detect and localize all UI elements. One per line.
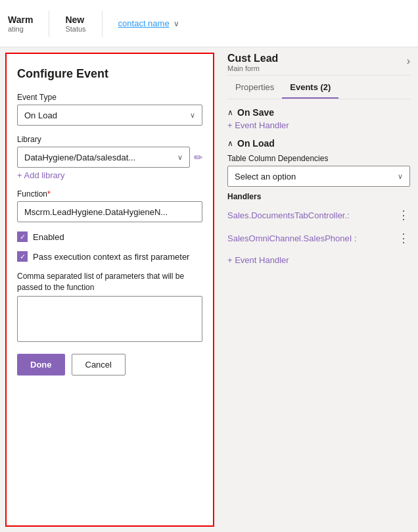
handler-name-1[interactable]: Sales.DocumentsTabController.: [227, 210, 350, 220]
top-bar: Warm ating New Status contact name ∨ [0, 0, 418, 47]
warm-status: Warm ating [8, 14, 33, 33]
new-label: Status [65, 25, 85, 33]
tab-events[interactable]: Events (2) [282, 77, 338, 99]
configure-event-panel: Configure Event Event Type On Load ∨ Lib… [5, 53, 214, 527]
add-library-button[interactable]: + Add library [17, 170, 202, 180]
more-options-icon-1[interactable]: ⋮ [398, 208, 410, 222]
right-panel: Cust Lead Main form › Properties Events … [220, 47, 418, 532]
table-deps-label: Table Column Dependencies [227, 154, 410, 163]
main-form-label: Main form [227, 64, 278, 72]
event-type-select[interactable]: On Load ∨ [17, 105, 202, 126]
function-label: Function* [17, 189, 202, 199]
handler-item-2: SalesOmniChannel.SalesPhoneI : ⋮ [227, 227, 410, 250]
library-label: Library [17, 135, 202, 144]
handlers-label: Handlers [227, 192, 410, 201]
chevron-up-icon: ∧ [227, 139, 233, 148]
handler-name-2[interactable]: SalesOmniChannel.SalesPhoneI : [227, 233, 357, 243]
chevron-down-icon: ∨ [190, 111, 195, 120]
contact-name-row: contact name ∨ [118, 18, 179, 28]
enabled-label: Enabled [33, 232, 64, 242]
library-value: DataHygiene/Data/salesdat... [24, 153, 135, 162]
on-save-section-header: ∧ On Save [227, 107, 410, 118]
divider2 [102, 11, 103, 37]
params-label: Comma separated list of parameters that … [17, 271, 202, 293]
event-type-group: Event Type On Load ∨ [17, 93, 202, 126]
table-deps-select[interactable]: Select an option ∨ [227, 166, 410, 187]
function-group: Function* [17, 189, 202, 222]
event-type-value: On Load [24, 110, 57, 120]
new-value: New [65, 14, 84, 25]
enabled-checkbox[interactable]: ✓ [17, 231, 28, 242]
chevron-down-icon: ∨ [177, 153, 183, 162]
chevron-down-icon: ∨ [398, 172, 403, 181]
nav-arrow-icon[interactable]: › [407, 55, 410, 67]
chevron-down-icon[interactable]: ∨ [174, 19, 179, 28]
checkmark-icon: ✓ [20, 253, 26, 261]
on-save-add-handler-button[interactable]: + Event Handler [227, 120, 289, 130]
warm-label: ating [8, 25, 24, 33]
cancel-button[interactable]: Cancel [72, 354, 126, 375]
done-button[interactable]: Done [17, 354, 65, 375]
function-input[interactable] [17, 201, 202, 222]
params-textarea[interactable] [17, 296, 202, 342]
main-content: Configure Event Event Type On Load ∨ Lib… [0, 47, 418, 532]
required-mark: * [47, 189, 51, 199]
on-load-section-header: ∧ On Load [227, 138, 410, 149]
params-group: Comma separated list of parameters that … [17, 271, 202, 342]
cust-lead-info: Cust Lead Main form [227, 53, 278, 72]
checkmark-icon: ✓ [20, 233, 26, 241]
select-placeholder: Select an option [235, 172, 296, 181]
panel-title: Configure Event [17, 67, 202, 81]
library-row: DataHygiene/Data/salesdat... ∨ ✏ [17, 147, 202, 168]
on-load-add-handler-button[interactable]: + Event Handler [227, 255, 289, 265]
new-status: New Status [65, 14, 85, 33]
on-save-title: On Save [237, 107, 274, 118]
edit-icon[interactable]: ✏ [194, 151, 202, 164]
library-select[interactable]: DataHygiene/Data/salesdat... ∨ [17, 147, 190, 168]
right-header: Cust Lead Main form › [227, 47, 410, 76]
more-options-icon-2[interactable]: ⋮ [398, 231, 410, 245]
pass-exec-label: Pass execution context as first paramete… [33, 252, 189, 262]
pass-exec-checkbox[interactable]: ✓ [17, 251, 28, 262]
chevron-up-icon: ∧ [227, 108, 233, 117]
tab-properties[interactable]: Properties [227, 77, 282, 99]
cust-lead-title: Cust Lead [227, 53, 278, 64]
pass-exec-row: ✓ Pass execution context as first parame… [17, 251, 202, 262]
enabled-row: ✓ Enabled [17, 231, 202, 242]
warm-value: Warm [8, 14, 33, 25]
button-row: Done Cancel [17, 354, 202, 375]
handler-item-1: Sales.DocumentsTabController.: ⋮ [227, 204, 410, 227]
on-load-title: On Load [237, 138, 275, 149]
tabs-row: Properties Events (2) [227, 77, 410, 99]
contact-name[interactable]: contact name [118, 18, 170, 28]
library-group: Library DataHygiene/Data/salesdat... ∨ ✏… [17, 135, 202, 180]
event-type-label: Event Type [17, 93, 202, 102]
divider [49, 11, 49, 37]
